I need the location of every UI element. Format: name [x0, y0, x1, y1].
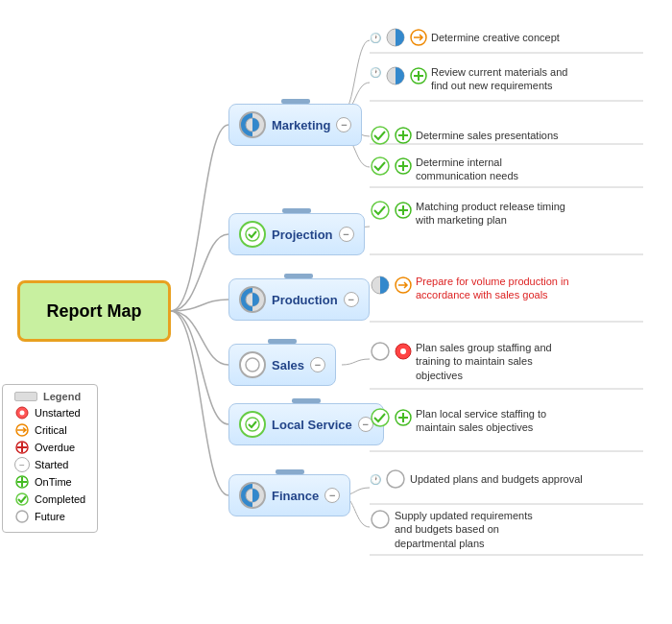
task9-text: Updated plans and budgets approval: [410, 473, 583, 485]
legend-label: Legend: [43, 391, 81, 402]
marketing-label: Marketing: [272, 118, 330, 132]
legend-overdue: Overdue: [14, 440, 85, 455]
svg-point-39: [372, 409, 389, 426]
production-collapse[interactable]: −: [344, 292, 359, 307]
task2-text: Review current materials and find out ne…: [431, 65, 585, 93]
root-label: Report Map: [47, 301, 142, 322]
legend-started: − Started: [14, 457, 85, 472]
task4-action-icon: [395, 157, 412, 175]
task9-status-icon: [385, 468, 406, 490]
task-3: Determine sales presentations: [370, 125, 559, 146]
legend-title-row: Legend: [14, 391, 85, 402]
task-8: Plan local service staffing to maintain …: [370, 407, 569, 435]
legend-completed: Completed: [14, 492, 85, 507]
local-service-icon: [239, 411, 266, 438]
branch-production[interactable]: Production −: [228, 278, 370, 321]
marketing-collapse[interactable]: −: [336, 117, 351, 132]
svg-point-54: [16, 493, 28, 505]
branch-finance[interactable]: Finance −: [228, 474, 350, 516]
production-label: Production: [272, 293, 338, 307]
legend-started-label: Started: [35, 459, 68, 470]
legend-critical-label: Critical: [35, 424, 67, 436]
branch-local-service[interactable]: Local Service −: [228, 403, 384, 445]
task4-status-icon: [370, 156, 391, 177]
production-icon: [239, 286, 266, 313]
task5-status-icon: [370, 200, 391, 221]
task-10: Supply updated requirements and budgets …: [370, 509, 548, 550]
legend-overdue-label: Overdue: [35, 442, 75, 453]
task-5: Matching product release timing with mar…: [370, 200, 569, 228]
legend-connector: [14, 392, 37, 401]
legend-ontime-label: OnTime: [35, 476, 72, 488]
clock-icon-1: 🕐: [370, 33, 381, 43]
finance-collapse[interactable]: −: [324, 488, 340, 503]
legend-box: Legend Unstarted Critical Overdue − Star…: [2, 384, 98, 533]
root-node: Report Map: [17, 280, 171, 342]
projection-icon: [239, 221, 266, 248]
marketing-icon: [239, 111, 266, 138]
task6-text: Prepare for volume production in accorda…: [416, 275, 569, 302]
svg-point-44: [372, 511, 389, 528]
task1-text: Determine creative concept: [431, 32, 560, 43]
task8-text: Plan local service staffing to maintain …: [416, 407, 569, 435]
local-service-label: Local Service: [272, 418, 352, 432]
legend-completed-label: Completed: [35, 493, 85, 505]
task5-text: Matching product release timing with mar…: [416, 200, 569, 228]
legend-ontime: OnTime: [14, 474, 85, 490]
svg-point-55: [16, 511, 28, 522]
legend-future: Future: [14, 509, 85, 524]
task3-text: Determine sales presentations: [416, 130, 559, 141]
legend-critical: Critical: [14, 422, 85, 438]
task-4: Determine internal communication needs: [370, 156, 569, 183]
projection-label: Projection: [272, 228, 333, 242]
svg-point-14: [246, 418, 259, 431]
task1-status-icon: [385, 27, 406, 48]
task5-action-icon: [395, 202, 412, 219]
svg-point-36: [372, 343, 389, 360]
task10-status-icon: [370, 509, 391, 530]
task8-action-icon: [395, 409, 412, 426]
task-9: 🕐 Updated plans and budgets approval: [370, 468, 583, 490]
task7-text: Plan sales group staffing and training t…: [416, 341, 569, 382]
task-1: 🕐 Determine creative concept: [370, 27, 560, 48]
branch-marketing[interactable]: Marketing −: [228, 104, 362, 146]
task3-action-icon: [395, 127, 412, 144]
legend-unstarted-label: Unstarted: [35, 407, 81, 419]
task8-status-icon: [370, 407, 391, 428]
clock-icon-2: 🕐: [370, 67, 381, 78]
finance-label: Finance: [272, 489, 319, 503]
task6-status-icon: [370, 275, 391, 296]
svg-point-30: [372, 202, 389, 219]
sales-icon: [239, 351, 266, 378]
svg-point-38: [400, 348, 406, 354]
svg-point-13: [246, 358, 259, 372]
task6-action-icon: [395, 276, 412, 294]
svg-point-46: [20, 411, 25, 416]
projection-collapse[interactable]: −: [339, 227, 354, 242]
finance-icon: [239, 482, 266, 509]
task-6: Prepare for volume production in accorda…: [370, 275, 569, 302]
legend-started-icon: −: [14, 457, 30, 472]
task1-action-icon: [410, 29, 427, 46]
task2-action-icon: [410, 67, 427, 84]
task7-status-icon: [370, 341, 391, 362]
svg-point-11: [246, 228, 259, 241]
clock-icon-9: 🕐: [370, 474, 381, 485]
branch-projection[interactable]: Projection −: [228, 213, 365, 255]
branch-sales[interactable]: Sales −: [228, 344, 336, 386]
task3-status-icon: [370, 125, 391, 146]
svg-point-43: [387, 470, 404, 488]
legend-future-label: Future: [35, 511, 65, 522]
sales-label: Sales: [272, 358, 304, 372]
task-2: 🕐 Review current materials and find out …: [370, 65, 585, 93]
task-7: Plan sales group staffing and training t…: [370, 341, 569, 382]
svg-point-22: [372, 127, 389, 144]
task2-status-icon: [385, 65, 406, 86]
task10-text: Supply updated requirements and budgets …: [395, 509, 548, 550]
task4-text: Determine internal communication needs: [416, 156, 569, 183]
svg-point-26: [372, 157, 389, 175]
task7-action-icon: [395, 343, 412, 360]
legend-unstarted: Unstarted: [14, 405, 85, 420]
sales-collapse[interactable]: −: [310, 357, 325, 372]
